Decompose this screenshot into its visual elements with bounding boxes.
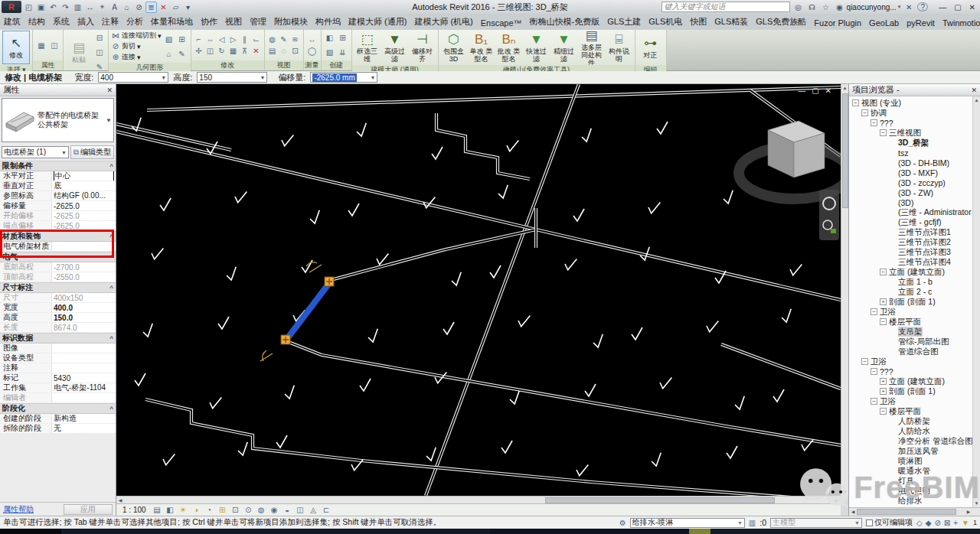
tree-item-label[interactable]: (3D - DH-BIM) — [898, 158, 949, 168]
properties-palette-icon[interactable]: ◫ — [48, 38, 60, 52]
tree-item[interactable]: (三维 - gcfjf) — [849, 217, 980, 227]
tree-item[interactable]: (3D - zcczyp) — [849, 177, 980, 187]
property-value[interactable]: -2700.0 — [52, 262, 116, 272]
demolish-icon[interactable]: ⌂ — [163, 47, 175, 60]
detail-level-icon[interactable]: ▤ — [152, 506, 162, 514]
tree-item-label[interactable]: 人防给水 — [898, 426, 930, 436]
tree-item[interactable]: (3D - ZW) — [849, 187, 980, 197]
justify-button[interactable]: ⊶ 对正 — [638, 31, 664, 64]
drawing-area[interactable]: — ▢ ✕ — [116, 84, 841, 496]
tree-item[interactable]: 加压送风管 — [849, 446, 980, 456]
chevron-down-icon[interactable]: ▼ — [104, 117, 113, 124]
infocenter-search-input[interactable]: 键入关键字或短语 — [662, 2, 790, 12]
scrollbar-thumb[interactable] — [545, 497, 775, 503]
join-end-cut-button[interactable]: ⋈连接端切割▾ — [111, 31, 162, 41]
tree-item-label[interactable]: 剖面 (剖面 1) — [889, 297, 936, 307]
windows-taskbar[interactable] — [0, 529, 980, 534]
property-row[interactable]: 垂直对正底 — [0, 181, 116, 191]
section-icon[interactable]: ⊘ — [133, 2, 145, 13]
bounding-box-3d-button[interactable]: ⬡包围盒3D — [441, 31, 467, 64]
view-close-icon[interactable]: ✕ — [825, 86, 831, 95]
create-similar-icon[interactable]: ⊞ — [337, 31, 349, 45]
rotate-icon[interactable]: ↻ — [217, 46, 227, 57]
paste-button[interactable]: ▤ 粘贴 — [66, 35, 92, 69]
expand-icon[interactable]: + — [880, 388, 887, 395]
tree-item[interactable]: 电气照明 — [849, 486, 980, 496]
sun-path-icon[interactable]: ☀ — [178, 506, 188, 514]
scroll-down-icon[interactable]: ▼ — [973, 500, 980, 507]
element-filter-combo[interactable]: 电缆桥架 (1)▼ — [2, 146, 69, 158]
property-row[interactable]: 工作集电气-桥架-1104 — [0, 383, 116, 393]
text-icon[interactable]: A — [109, 2, 120, 13]
copy-icon[interactable]: ◫ — [205, 46, 216, 57]
tab-3[interactable]: 插入 — [74, 14, 98, 30]
property-value[interactable]: 结构GF (0.00... — [52, 191, 116, 200]
cutaway-icon[interactable]: ≋ — [290, 34, 301, 45]
expand-icon[interactable]: + — [880, 378, 887, 385]
crop-view-icon[interactable]: ⊞ — [217, 506, 227, 514]
tree-item[interactable]: 三维节点详图2 — [849, 237, 980, 247]
collapse-icon[interactable]: − — [880, 318, 887, 325]
property-row[interactable]: 底部高程-2700.0 — [0, 262, 116, 272]
tree-item-label[interactable]: 电气照明 — [898, 486, 930, 496]
isolate-icon[interactable]: ⊡ — [290, 46, 301, 57]
tree-item[interactable]: −楼层平面 — [849, 406, 980, 416]
drag-on-selection-icon[interactable]: + — [953, 519, 958, 527]
collapse-icon[interactable]: − — [880, 269, 887, 275]
tree-item[interactable]: 人防给水 — [849, 426, 980, 436]
reveal-icon[interactable]: ◍ — [267, 34, 278, 45]
tree-item[interactable]: +剖面 (剖面 1) — [849, 386, 980, 396]
tree-item[interactable]: 管道综合图 — [849, 347, 980, 357]
application-menu-button[interactable]: R — [2, 1, 21, 13]
type-selector[interactable]: 带配件的电缆桥架 公共桥架 ▼ — [2, 98, 114, 142]
tab-7[interactable]: 协作 — [197, 14, 221, 30]
worksets-icon[interactable]: ⚙ — [619, 519, 626, 527]
close-hidden-windows-icon[interactable]: ✕ — [158, 2, 169, 13]
offset-align-button[interactable]: ⊣偏移对齐 — [410, 31, 436, 64]
tree-item-label[interactable]: 三维视图 — [889, 128, 921, 138]
tree-item-label[interactable]: 净空分析 管道综合图 — [898, 436, 972, 446]
tree-item[interactable]: 支吊架 — [849, 327, 980, 337]
hide-icon[interactable]: ◌ — [279, 46, 289, 57]
property-row[interactable]: 顶部高程-2550.0 — [0, 272, 116, 282]
split-icon[interactable]: ∥ — [240, 34, 250, 45]
copy-icon[interactable]: ◫ — [93, 45, 106, 59]
wall-joins-icon[interactable]: ▧ — [163, 32, 175, 46]
viewport-horizontal-scrollbar[interactable]: ◀ ▶ — [116, 496, 841, 503]
open-icon[interactable]: ◰ — [23, 2, 34, 13]
tree-item-label[interactable]: 协调 — [871, 108, 887, 118]
filter-icon[interactable]: ▼ — [962, 519, 969, 527]
cut-icon[interactable]: ⊟ — [93, 31, 106, 44]
minimize-icon[interactable]: — — [939, 3, 946, 11]
tree-item-label[interactable]: 楼层平面 — [889, 406, 921, 416]
property-value[interactable]: -2625.0 — [52, 221, 116, 230]
property-value[interactable]: 400x150 — [52, 293, 116, 302]
close-icon[interactable]: ✕ — [106, 86, 113, 94]
property-group-2[interactable]: 电气^ — [0, 252, 116, 262]
tab-10[interactable]: 附加模块 — [270, 14, 312, 30]
collapse-icon[interactable]: − — [871, 368, 877, 375]
print-icon[interactable]: ▥ — [72, 2, 83, 13]
scroll-right-icon[interactable]: ▶ — [965, 508, 972, 516]
tree-item[interactable]: +立面 (建筑立面) — [849, 376, 980, 386]
pin-icon[interactable]: ⊼ — [240, 46, 250, 57]
close-icon[interactable]: ✕ — [971, 86, 977, 94]
tab-8[interactable]: 视图 — [221, 14, 246, 30]
tree-item-label[interactable]: 卫浴 — [880, 396, 896, 406]
temporary-hide-icon[interactable]: ◍ — [256, 506, 266, 514]
temporary-view-icon[interactable]: ◫ — [296, 506, 305, 514]
property-row[interactable]: 设备类型 — [0, 353, 116, 363]
properties-title-bar[interactable]: 属性 ✕ — [0, 84, 116, 96]
beam-join-icon[interactable]: ⊞ — [176, 32, 188, 46]
worksharing-display-icon[interactable]: ◒ — [283, 506, 292, 514]
tree-item[interactable]: −卫浴 — [849, 307, 980, 317]
fine-filter-button[interactable]: ▼精细过滤 — [551, 31, 577, 64]
customize-qat-icon[interactable]: ▾ — [182, 2, 194, 13]
tab-1[interactable]: 结构 — [24, 14, 49, 30]
tree-item[interactable]: −卫浴 — [849, 396, 980, 406]
property-value[interactable]: 150.0 — [52, 313, 116, 322]
tab-15[interactable]: 衡桷山快模-免费版 — [526, 14, 604, 30]
aligned-dimension-icon[interactable]: ⌖ — [96, 2, 108, 13]
close-icon[interactable]: ✕ — [969, 3, 975, 11]
constraints-icon[interactable]: ⊏ — [322, 506, 332, 514]
